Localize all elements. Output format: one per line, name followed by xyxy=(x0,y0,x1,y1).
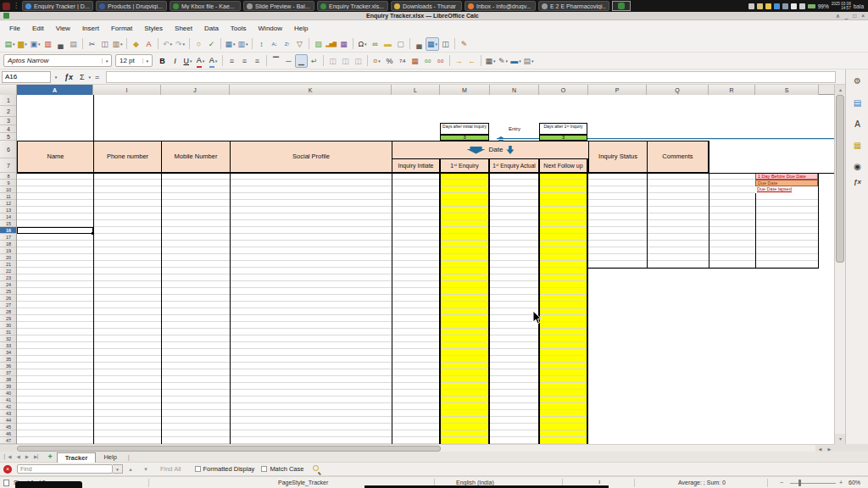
autofilter-icon[interactable]: ▽ xyxy=(293,37,306,51)
properties-deck-icon[interactable]: ▤ xyxy=(846,95,868,110)
conditional-formatting-caret-icon[interactable]: ▾ xyxy=(531,58,534,64)
row-header-45[interactable]: 45 xyxy=(0,424,17,430)
clone-formatting-icon[interactable]: ◆ xyxy=(130,37,142,51)
next-sheet-icon[interactable]: ▶ xyxy=(23,454,31,459)
undo-icon[interactable]: ↶▾ xyxy=(161,37,174,51)
find-input[interactable]: Find xyxy=(17,464,113,474)
find-close-icon[interactable]: × xyxy=(3,465,12,474)
row-header-16[interactable]: 16 xyxy=(0,227,17,234)
insert-pivot-table-icon[interactable]: ▦ xyxy=(337,37,350,51)
find-history-caret-icon[interactable]: ▾ xyxy=(113,464,123,474)
row-header-26[interactable]: 26 xyxy=(0,295,17,302)
column-header-Q[interactable]: Q xyxy=(647,85,709,95)
row-header-37[interactable]: 37 xyxy=(0,369,17,376)
header-cell-first-enquiry-actual[interactable]: 1ˢᵗ Enquiry Actual xyxy=(490,159,538,172)
row-header-21[interactable]: 21 xyxy=(0,261,17,268)
date-format-icon[interactable]: ▦ xyxy=(409,54,421,68)
row-header-30[interactable]: 30 xyxy=(0,322,17,329)
align-center-icon[interactable]: ≡ xyxy=(238,54,251,68)
column-header-J[interactable]: J xyxy=(161,85,230,95)
menu-file[interactable]: File xyxy=(3,23,26,34)
row-header-44[interactable]: 44 xyxy=(0,417,17,424)
add-decimal-icon[interactable]: 0.0 xyxy=(421,54,434,68)
taskbar-window-tab[interactable]: Inbox - info@drugv... xyxy=(465,1,536,11)
column-header-R[interactable]: R xyxy=(709,85,755,95)
print-icon[interactable]: ▄ xyxy=(54,37,67,51)
insert-shapes-icon[interactable]: ▢ xyxy=(394,37,407,51)
menu-insert[interactable]: Insert xyxy=(76,23,105,34)
row-header-41[interactable]: 41 xyxy=(0,396,17,403)
clock[interactable]: 2025 03 08 14:57 xyxy=(832,2,851,10)
select-all-corner[interactable] xyxy=(0,85,17,95)
open-folder-icon[interactable]: ▆▾ xyxy=(16,37,29,51)
insert-comment-icon[interactable]: ▬ xyxy=(381,37,394,51)
name-box[interactable]: A16 xyxy=(2,71,51,83)
insert-chart-icon[interactable]: ▂▅▇ xyxy=(325,37,337,51)
menu-edit[interactable]: Edit xyxy=(26,23,50,34)
taskbar-window-tab[interactable]: My Kbox file - Kae... xyxy=(170,1,241,11)
row-header-20[interactable]: 20 xyxy=(0,254,17,261)
number-format-icon[interactable]: 7.4 xyxy=(396,54,409,68)
row-header-42[interactable]: 42 xyxy=(0,403,17,410)
close-window-icon[interactable]: × xyxy=(861,12,865,20)
taskbar-window-tab[interactable]: E 2 E Pharmacovigi... xyxy=(538,1,609,11)
save-caret-icon[interactable]: ▾ xyxy=(38,42,41,47)
row-header-4[interactable]: 4 xyxy=(0,125,17,133)
vertical-scrollbar-thumb[interactable] xyxy=(836,95,844,263)
header-cell-next-follow-up[interactable]: Next Follow up xyxy=(540,159,587,172)
row-header-8[interactable]: 8 xyxy=(0,173,17,180)
highlighting-color-caret-icon[interactable]: ▾ xyxy=(215,58,218,64)
menu-format[interactable]: Format xyxy=(105,23,138,34)
cut-icon[interactable]: ✂ xyxy=(86,37,98,51)
increase-indent-icon[interactable]: → xyxy=(453,54,465,68)
row-header-6[interactable]: 6 xyxy=(0,141,17,158)
row-header-32[interactable]: 32 xyxy=(0,336,17,342)
font-color-caret-icon[interactable]: ▾ xyxy=(203,58,205,64)
border-color-icon[interactable]: ▬▾ xyxy=(509,54,522,68)
bold-icon[interactable]: B xyxy=(156,54,169,68)
row-header-28[interactable]: 28 xyxy=(0,308,17,315)
formatted-display-label[interactable]: Formatted Display xyxy=(203,465,255,473)
fill-handle[interactable] xyxy=(92,232,94,235)
zoom-out-icon[interactable]: − xyxy=(780,477,783,488)
find-all-button[interactable]: Find All xyxy=(153,465,188,473)
borders-caret-icon[interactable]: ▾ xyxy=(493,58,496,64)
zoom-level[interactable]: 60% xyxy=(849,477,860,488)
align-top-icon[interactable]: ▔ xyxy=(270,54,282,68)
column-header-P[interactable]: P xyxy=(588,85,647,95)
menu-window[interactable]: Window xyxy=(253,23,288,34)
last-sheet-icon[interactable]: ▶▏ xyxy=(31,454,43,459)
row-header-17[interactable]: 17 xyxy=(0,234,17,241)
column-header-N[interactable]: N xyxy=(490,85,539,95)
sheet-tab-help[interactable]: Help xyxy=(96,452,124,463)
row-header-12[interactable]: 12 xyxy=(0,200,17,207)
decrease-indent-icon[interactable]: ← xyxy=(465,54,478,68)
cell-selection-a16[interactable] xyxy=(17,227,93,234)
row-header-29[interactable]: 29 xyxy=(0,315,17,322)
header-cell-inquiry-status[interactable]: Inquiry Status xyxy=(589,141,647,172)
menu-data[interactable]: Data xyxy=(198,23,225,34)
merge-and-center-icon[interactable]: ◫ xyxy=(339,54,352,68)
print-preview-icon[interactable]: ▤ xyxy=(67,37,80,51)
open-folder-caret-icon[interactable]: ▾ xyxy=(25,42,27,47)
header-cell-social-profile[interactable]: Social Profile xyxy=(231,141,392,172)
grid-cells[interactable]: Name Phone number Mobile Number Social P… xyxy=(17,95,834,444)
undo-caret-icon[interactable]: ▾ xyxy=(170,42,173,47)
maximize-window-icon[interactable]: □ xyxy=(853,12,856,20)
border-style-icon[interactable]: ✎▾ xyxy=(497,54,509,68)
sort-icon[interactable]: ↕ xyxy=(255,37,268,51)
sheet-tab-tracker[interactable]: Tracker xyxy=(57,452,97,463)
currency-format-icon[interactable]: ¤▾ xyxy=(370,54,383,68)
table-rows-columns-icon[interactable]: ▦▾ xyxy=(224,37,236,51)
table-rows-columns-caret-icon[interactable]: ▾ xyxy=(233,42,236,47)
page-style[interactable]: PageStyle_Tracker xyxy=(278,477,328,488)
match-case-checkbox[interactable] xyxy=(261,466,267,472)
row-header-36[interactable]: 36 xyxy=(0,363,17,369)
align-right-icon[interactable]: ≡ xyxy=(251,54,264,68)
styles-deck-icon[interactable]: A xyxy=(846,116,868,131)
spelling-icon[interactable]: ✓ xyxy=(205,37,218,51)
find-replace-icon[interactable]: ○ xyxy=(192,37,205,51)
menu-tools[interactable]: Tools xyxy=(225,23,253,34)
gallery-deck-icon[interactable]: ▦ xyxy=(846,137,868,152)
redo-icon[interactable]: ↷▾ xyxy=(174,37,186,51)
